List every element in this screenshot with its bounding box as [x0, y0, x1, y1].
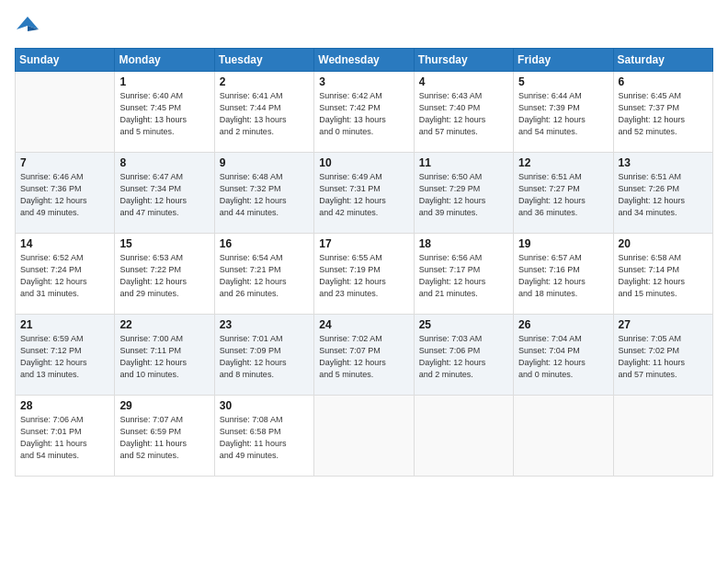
calendar-cell: 12Sunrise: 6:51 AM Sunset: 7:27 PM Dayli…	[514, 153, 613, 234]
calendar-cell: 16Sunrise: 6:54 AM Sunset: 7:21 PM Dayli…	[214, 234, 313, 315]
day-info: Sunrise: 6:45 AM Sunset: 7:37 PM Dayligh…	[619, 90, 708, 138]
logo-icon	[15, 13, 40, 39]
day-info: Sunrise: 7:05 AM Sunset: 7:02 PM Dayligh…	[619, 333, 708, 381]
day-number: 17	[319, 237, 408, 250]
calendar-cell: 20Sunrise: 6:58 AM Sunset: 7:14 PM Dayli…	[613, 234, 712, 315]
day-number: 9	[220, 156, 309, 169]
day-info: Sunrise: 7:00 AM Sunset: 7:11 PM Dayligh…	[119, 333, 209, 381]
calendar-cell: 8Sunrise: 6:47 AM Sunset: 7:34 PM Daylig…	[115, 153, 214, 234]
day-number: 21	[20, 318, 109, 331]
day-number: 18	[419, 237, 508, 250]
day-number: 2	[220, 75, 309, 88]
calendar-cell: 9Sunrise: 6:48 AM Sunset: 7:32 PM Daylig…	[214, 153, 313, 234]
day-number: 8	[119, 156, 209, 169]
day-info: Sunrise: 6:53 AM Sunset: 7:22 PM Dayligh…	[119, 252, 209, 300]
day-info: Sunrise: 7:06 AM Sunset: 7:01 PM Dayligh…	[20, 414, 109, 462]
day-info: Sunrise: 6:44 AM Sunset: 7:39 PM Dayligh…	[518, 90, 608, 138]
calendar-cell: 21Sunrise: 6:59 AM Sunset: 7:12 PM Dayli…	[16, 315, 115, 396]
day-number: 26	[518, 318, 608, 331]
calendar-cell: 10Sunrise: 6:49 AM Sunset: 7:31 PM Dayli…	[314, 153, 414, 234]
day-number: 1	[119, 75, 209, 88]
calendar-cell: 14Sunrise: 6:52 AM Sunset: 7:24 PM Dayli…	[16, 234, 115, 315]
day-number: 14	[20, 237, 109, 250]
calendar-cell: 6Sunrise: 6:45 AM Sunset: 7:37 PM Daylig…	[613, 72, 712, 153]
day-number: 20	[619, 237, 708, 250]
day-number: 4	[419, 75, 508, 88]
calendar-cell: 24Sunrise: 7:02 AM Sunset: 7:07 PM Dayli…	[314, 315, 414, 396]
calendar-header-monday: Monday	[115, 49, 214, 72]
calendar-week-row: 21Sunrise: 6:59 AM Sunset: 7:12 PM Dayli…	[16, 315, 713, 396]
day-info: Sunrise: 6:57 AM Sunset: 7:16 PM Dayligh…	[518, 252, 608, 300]
calendar-header-tuesday: Tuesday	[214, 49, 313, 72]
day-number: 29	[119, 399, 209, 412]
calendar-header-wednesday: Wednesday	[314, 49, 414, 72]
calendar-week-row: 28Sunrise: 7:06 AM Sunset: 7:01 PM Dayli…	[16, 396, 713, 477]
calendar-cell	[414, 396, 513, 477]
calendar-cell: 28Sunrise: 7:06 AM Sunset: 7:01 PM Dayli…	[16, 396, 115, 477]
calendar-cell: 18Sunrise: 6:56 AM Sunset: 7:17 PM Dayli…	[414, 234, 513, 315]
day-info: Sunrise: 6:59 AM Sunset: 7:12 PM Dayligh…	[20, 333, 109, 381]
calendar-cell: 27Sunrise: 7:05 AM Sunset: 7:02 PM Dayli…	[613, 315, 712, 396]
day-info: Sunrise: 6:55 AM Sunset: 7:19 PM Dayligh…	[319, 252, 408, 300]
day-number: 28	[20, 399, 109, 412]
day-info: Sunrise: 7:03 AM Sunset: 7:06 PM Dayligh…	[419, 333, 508, 381]
day-number: 10	[319, 156, 408, 169]
day-info: Sunrise: 7:04 AM Sunset: 7:04 PM Dayligh…	[518, 333, 608, 381]
calendar-cell: 13Sunrise: 6:51 AM Sunset: 7:26 PM Dayli…	[613, 153, 712, 234]
day-number: 16	[220, 237, 309, 250]
calendar-cell: 1Sunrise: 6:40 AM Sunset: 7:45 PM Daylig…	[115, 72, 214, 153]
day-info: Sunrise: 7:07 AM Sunset: 6:59 PM Dayligh…	[119, 414, 209, 462]
calendar-week-row: 14Sunrise: 6:52 AM Sunset: 7:24 PM Dayli…	[16, 234, 713, 315]
calendar-cell: 26Sunrise: 7:04 AM Sunset: 7:04 PM Dayli…	[514, 315, 613, 396]
calendar-cell: 7Sunrise: 6:46 AM Sunset: 7:36 PM Daylig…	[16, 153, 115, 234]
day-info: Sunrise: 6:46 AM Sunset: 7:36 PM Dayligh…	[20, 171, 109, 219]
logo	[15, 13, 44, 39]
day-number: 7	[20, 156, 109, 169]
day-info: Sunrise: 6:52 AM Sunset: 7:24 PM Dayligh…	[20, 252, 109, 300]
calendar-cell: 4Sunrise: 6:43 AM Sunset: 7:40 PM Daylig…	[414, 72, 513, 153]
day-number: 22	[119, 318, 209, 331]
calendar-table: SundayMondayTuesdayWednesdayThursdayFrid…	[15, 48, 713, 477]
calendar-header-friday: Friday	[514, 49, 613, 72]
calendar-header-saturday: Saturday	[613, 49, 712, 72]
calendar-cell	[314, 396, 414, 477]
calendar-cell: 22Sunrise: 7:00 AM Sunset: 7:11 PM Dayli…	[115, 315, 214, 396]
day-info: Sunrise: 6:56 AM Sunset: 7:17 PM Dayligh…	[419, 252, 508, 300]
day-info: Sunrise: 7:02 AM Sunset: 7:07 PM Dayligh…	[319, 333, 408, 381]
day-number: 13	[619, 156, 708, 169]
calendar-header-thursday: Thursday	[414, 49, 513, 72]
day-info: Sunrise: 6:41 AM Sunset: 7:44 PM Dayligh…	[220, 90, 309, 138]
calendar-cell: 23Sunrise: 7:01 AM Sunset: 7:09 PM Dayli…	[214, 315, 313, 396]
calendar-cell	[16, 72, 115, 153]
calendar-cell: 25Sunrise: 7:03 AM Sunset: 7:06 PM Dayli…	[414, 315, 513, 396]
calendar-cell	[613, 396, 712, 477]
calendar-cell: 15Sunrise: 6:53 AM Sunset: 7:22 PM Dayli…	[115, 234, 214, 315]
day-number: 3	[319, 75, 408, 88]
day-info: Sunrise: 7:01 AM Sunset: 7:09 PM Dayligh…	[220, 333, 309, 381]
calendar-cell: 5Sunrise: 6:44 AM Sunset: 7:39 PM Daylig…	[514, 72, 613, 153]
day-number: 27	[619, 318, 708, 331]
day-number: 19	[518, 237, 608, 250]
day-info: Sunrise: 6:51 AM Sunset: 7:27 PM Dayligh…	[518, 171, 608, 219]
calendar-cell: 3Sunrise: 6:42 AM Sunset: 7:42 PM Daylig…	[314, 72, 414, 153]
day-info: Sunrise: 6:40 AM Sunset: 7:45 PM Dayligh…	[119, 90, 209, 138]
page: SundayMondayTuesdayWednesdayThursdayFrid…	[0, 0, 728, 563]
calendar-cell: 17Sunrise: 6:55 AM Sunset: 7:19 PM Dayli…	[314, 234, 414, 315]
calendar-header-sunday: Sunday	[16, 49, 115, 72]
calendar-header-row: SundayMondayTuesdayWednesdayThursdayFrid…	[16, 49, 713, 72]
day-info: Sunrise: 6:49 AM Sunset: 7:31 PM Dayligh…	[319, 171, 408, 219]
calendar-cell: 29Sunrise: 7:07 AM Sunset: 6:59 PM Dayli…	[115, 396, 214, 477]
day-info: Sunrise: 6:48 AM Sunset: 7:32 PM Dayligh…	[220, 171, 309, 219]
day-info: Sunrise: 6:50 AM Sunset: 7:29 PM Dayligh…	[419, 171, 508, 219]
day-info: Sunrise: 7:08 AM Sunset: 6:58 PM Dayligh…	[220, 414, 309, 462]
calendar-week-row: 7Sunrise: 6:46 AM Sunset: 7:36 PM Daylig…	[16, 153, 713, 234]
day-number: 15	[119, 237, 209, 250]
calendar-cell: 30Sunrise: 7:08 AM Sunset: 6:58 PM Dayli…	[214, 396, 313, 477]
day-number: 30	[220, 399, 309, 412]
day-info: Sunrise: 6:43 AM Sunset: 7:40 PM Dayligh…	[419, 90, 508, 138]
day-info: Sunrise: 6:42 AM Sunset: 7:42 PM Dayligh…	[319, 90, 408, 138]
calendar-week-row: 1Sunrise: 6:40 AM Sunset: 7:45 PM Daylig…	[16, 72, 713, 153]
day-number: 23	[220, 318, 309, 331]
day-number: 12	[518, 156, 608, 169]
day-number: 11	[419, 156, 508, 169]
